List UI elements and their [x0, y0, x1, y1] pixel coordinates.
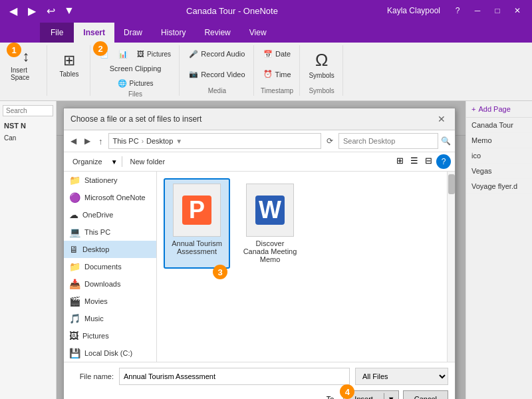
- nav-item-documents[interactable]: 📁 Documents: [64, 258, 156, 275]
- addr-refresh-btn[interactable]: ⟳: [324, 135, 336, 147]
- file-type-select[interactable]: All Files: [355, 368, 448, 385]
- page-item-canada-tour[interactable]: Canada Tour: [466, 118, 532, 133]
- tables-label: Tables: [60, 70, 79, 78]
- record-video-button[interactable]: 📷 Record Video: [185, 67, 249, 82]
- file-item-word[interactable]: Discover Canada Meeting Memo: [237, 178, 303, 269]
- ribbon-content: 1 ↕ Insert Space ⊞ Tables 2 📄 📊 🖼 Pictur…: [0, 43, 532, 101]
- add-page-button[interactable]: + Add Page: [466, 101, 532, 118]
- view-btn-list[interactable]: ☰: [408, 154, 421, 169]
- tab-draw[interactable]: Draw: [114, 23, 152, 43]
- filename-input[interactable]: [119, 368, 350, 385]
- search-icon[interactable]: 🔍: [441, 136, 451, 146]
- new-folder-btn[interactable]: New folder: [126, 156, 170, 167]
- addr-back-btn[interactable]: ◀: [68, 135, 79, 147]
- nav-item-onedrive[interactable]: ☁ OneDrive: [64, 206, 156, 223]
- window-controls: ? ─ □ ✕: [448, 1, 527, 20]
- cancel-button[interactable]: Cancel: [403, 390, 448, 399]
- plus-icon: +: [471, 105, 475, 113]
- page-item-voyage[interactable]: Voyage flyer.d: [466, 179, 532, 194]
- dialog-close-btn[interactable]: ✕: [435, 112, 448, 126]
- close-btn[interactable]: ✕: [508, 1, 527, 20]
- table-button[interactable]: ⊞ Tables: [53, 47, 86, 82]
- step2-badge: 2: [93, 41, 108, 56]
- title-bar: ◀ ▶ ↩ ▼ Canada Tour - OneNote Kayla Clay…: [0, 0, 532, 21]
- insert-dropdown-arrow[interactable]: ▼: [384, 393, 398, 399]
- attach-file-button[interactable]: 2 📄: [96, 47, 113, 61]
- nav-item-movies[interactable]: 🎬 Movies: [64, 293, 156, 310]
- nav-item-desktop[interactable]: 🖥 Desktop: [64, 241, 156, 258]
- toolbar-sep: [122, 156, 122, 167]
- filename-row: File name: All Files: [70, 368, 448, 385]
- ribbon-group-tables: ⊞ Tables: [49, 45, 90, 96]
- onedrive-icon: ☁: [69, 209, 78, 220]
- tab-file[interactable]: File: [40, 23, 74, 43]
- symbols-group-label: Symbols: [309, 87, 334, 94]
- tab-history[interactable]: History: [152, 23, 195, 43]
- nav-item-thispc[interactable]: 💻 This PC: [64, 223, 156, 241]
- nav-item-stationery[interactable]: 📁 Stationery: [64, 172, 156, 189]
- organize-btn[interactable]: Organize: [68, 156, 107, 168]
- page-item-memo[interactable]: Memo: [466, 133, 532, 148]
- cal-icon: 📅: [263, 50, 273, 59]
- record-audio-button[interactable]: 🎤 Record Audio: [185, 47, 249, 61]
- bottom-buttons: To 4 Insert ▼ Cancel: [70, 389, 448, 399]
- online-pictures-button[interactable]: 🌐 Pictures: [114, 76, 158, 90]
- page-item-vegas[interactable]: Vegas: [466, 164, 532, 179]
- nav-item-downloads[interactable]: 📥 Downloads: [64, 275, 156, 293]
- nav-item-pictures-label: Pictures: [82, 332, 109, 340]
- nav-item-localdisk[interactable]: 💾 Local Disk (C:): [64, 344, 156, 362]
- screen-clipping-button[interactable]: Screen Clipping: [106, 61, 166, 76]
- max-btn[interactable]: □: [488, 1, 507, 20]
- files-row3: 🌐 Pictures: [114, 76, 158, 90]
- view-btns: ⊞ ☰ ⊟ ?: [394, 154, 451, 169]
- scrollbar-thumb[interactable]: [448, 174, 455, 194]
- organize-arrow: ▼: [111, 158, 118, 166]
- view-btn-details[interactable]: ⊟: [422, 154, 435, 169]
- nav-item-music[interactable]: 🎵 Music: [64, 310, 156, 327]
- undo-btn[interactable]: ↩: [43, 3, 59, 19]
- addr-up-btn[interactable]: ↑: [96, 135, 106, 148]
- breadcrumb-desktop: Desktop: [146, 137, 173, 145]
- timestamp-group-label: Timestamp: [261, 87, 293, 94]
- nav-item-onenote[interactable]: 🟣 Microsoft OneNote: [64, 189, 156, 206]
- downloads-icon: 📥: [69, 279, 80, 289]
- dialog-search-input[interactable]: [338, 133, 438, 149]
- insert-button-group[interactable]: 4 Insert ▼: [343, 390, 398, 399]
- file-area: 3 Annual Tourism Assessment Discover Ca: [157, 172, 447, 362]
- time-button[interactable]: ⏰ Time: [259, 67, 295, 82]
- page-item-ico[interactable]: ico: [466, 148, 532, 164]
- documents-icon: 📁: [69, 261, 80, 272]
- tab-review[interactable]: Review: [195, 23, 239, 43]
- pictures-button[interactable]: 🖼 Pictures: [133, 47, 175, 61]
- thispc-icon: 💻: [69, 227, 80, 237]
- back-btn[interactable]: ◀: [5, 3, 21, 19]
- date-button[interactable]: 📅 Date: [259, 47, 295, 61]
- table-icon: ⊞: [63, 52, 75, 69]
- symbols-button[interactable]: Ω Symbols: [305, 47, 338, 82]
- file-item-ppt[interactable]: 3 Annual Tourism Assessment: [164, 178, 230, 269]
- ribbon-group-files: 2 📄 📊 🖼 Pictures Screen Clipping 🌐 Pictu…: [92, 45, 180, 96]
- help-btn[interactable]: ?: [448, 1, 467, 20]
- screen-clipping-label: Screen Clipping: [110, 65, 162, 72]
- dialog-toolbar: Organize ▼ New folder ⊞ ☰ ⊟ ?: [64, 152, 455, 172]
- dialog-help-btn[interactable]: ?: [436, 154, 451, 169]
- file-scrollbar[interactable]: [447, 172, 455, 362]
- view-btn-grid[interactable]: ⊞: [394, 154, 406, 169]
- insert-space-button[interactable]: 1 ↕ Insert Space: [9, 47, 43, 82]
- quick-access-btn[interactable]: ▼: [61, 3, 77, 19]
- forward-btn[interactable]: ▶: [24, 3, 40, 19]
- sidebar-search-container: [0, 101, 56, 119]
- ppt-file-icon: [173, 184, 221, 237]
- min-btn[interactable]: ─: [468, 1, 487, 20]
- tab-view[interactable]: View: [240, 23, 276, 43]
- dialog-body: 📁 Stationery 🟣 Microsoft OneNote ☁ OneDr…: [64, 172, 455, 362]
- nav-item-downloads-label: Downloads: [84, 280, 120, 288]
- dialog-overlay: Choose a file or a set of files to inser…: [57, 101, 466, 399]
- tab-insert[interactable]: Insert: [74, 23, 114, 43]
- addr-forward-btn[interactable]: ▶: [82, 135, 93, 147]
- breadcrumb-path[interactable]: This PC › Desktop ▼: [108, 133, 322, 149]
- spreadsheet-button[interactable]: 📊: [114, 47, 132, 61]
- sidebar-page-item[interactable]: Can: [0, 132, 56, 144]
- nav-item-pictures[interactable]: 🖼 Pictures: [64, 327, 156, 344]
- sidebar-search-input[interactable]: [3, 105, 53, 116]
